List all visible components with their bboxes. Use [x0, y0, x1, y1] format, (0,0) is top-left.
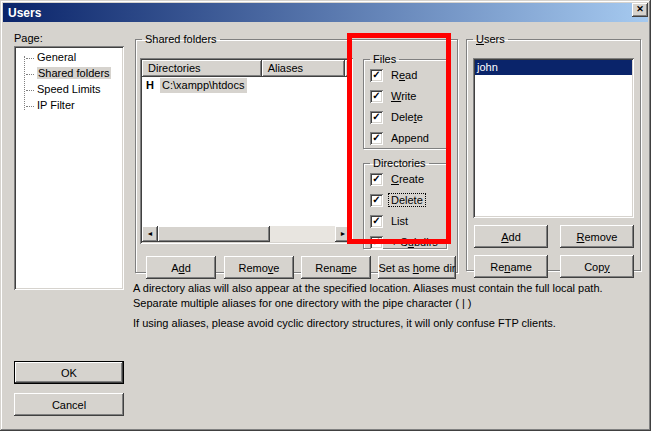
checkbox-checked-icon[interactable]: ✓ [370, 194, 383, 207]
checkbox-checked-icon[interactable]: ✓ [370, 111, 383, 124]
listview-header: Directories Aliases [142, 60, 351, 77]
column-header-directories[interactable]: Directories [142, 60, 262, 77]
directory-path: C:\xampp\htdocs [160, 78, 247, 93]
close-icon: ✕ [636, 4, 644, 14]
checkbox-dir-delete[interactable]: ✓ Delete [370, 192, 444, 208]
page-item-shared-folders[interactable]: Shared folders [16, 66, 122, 82]
user-item-john[interactable]: john [475, 60, 632, 75]
checkbox-checked-icon[interactable]: ✓ [370, 90, 383, 103]
user-copy-button[interactable]: Copy [560, 255, 634, 278]
page-label: Page: [14, 32, 43, 44]
directory-row[interactable]: H C:\xampp\htdocs [142, 77, 351, 93]
user-rename-button[interactable]: Rename [474, 255, 548, 278]
shared-folders-group-label: Shared folders [142, 33, 220, 45]
folder-rename-button[interactable]: Rename [301, 256, 371, 279]
page-item-ip-filter[interactable]: IP Filter [16, 98, 122, 114]
users-group-label: Users [473, 33, 508, 45]
user-remove-button[interactable]: Remove [560, 225, 634, 248]
scrollbar-thumb[interactable] [158, 226, 270, 242]
column-header-filler [345, 60, 351, 77]
checkbox-dir-subdirs[interactable]: ✓ + Subdirs [370, 234, 444, 250]
user-add-button[interactable]: Add [474, 225, 548, 248]
folder-add-button[interactable]: Add [146, 256, 216, 279]
page-item-speed-limits[interactable]: Speed Limits [16, 82, 122, 98]
checkbox-files-write[interactable]: ✓ Write [370, 88, 444, 104]
checkbox-files-delete[interactable]: ✓ Delete [370, 109, 444, 125]
ok-button[interactable]: OK [14, 361, 124, 384]
folder-remove-button[interactable]: Remove [224, 256, 294, 279]
set-as-home-dir-button[interactable]: Set as home dir [378, 256, 456, 279]
horizontal-scrollbar[interactable]: ◄ ► [142, 226, 351, 242]
checkbox-dir-list[interactable]: ✓ List [370, 213, 444, 229]
alias-note: A directory alias will also appear at th… [133, 281, 611, 311]
checkbox-checked-icon[interactable]: ✓ [370, 236, 383, 249]
users-group: Users john Add Remove Rename Copy [466, 33, 641, 271]
checkbox-checked-icon[interactable]: ✓ [370, 69, 383, 82]
title-bar[interactable]: Users [3, 3, 648, 22]
users-dialog: Users ✕ Page: General Shared folders Spe… [0, 0, 651, 431]
scroll-right-button[interactable]: ► [335, 226, 351, 242]
cyclic-note: If using aliases, please avoid cyclic di… [133, 316, 611, 331]
checkbox-checked-icon[interactable]: ✓ [370, 215, 383, 228]
column-header-aliases[interactable]: Aliases [262, 60, 345, 77]
directories-listview[interactable]: Directories Aliases H C:\xampp\htdocs ◄ … [140, 58, 353, 244]
scroll-left-button[interactable]: ◄ [142, 226, 158, 242]
files-group-label: Files [370, 53, 399, 65]
shared-folders-group: Shared folders Directories Aliases H C:\… [135, 33, 458, 273]
directories-group-label: Directories [370, 157, 429, 169]
scroll-left-icon: ◄ [147, 230, 154, 237]
checkbox-checked-icon[interactable]: ✓ [370, 132, 383, 145]
scroll-right-icon: ► [340, 230, 347, 237]
directories-permissions-group: Directories ✓ Create ✓ Delete ✓ List ✓ +… [363, 157, 447, 249]
checkbox-files-read[interactable]: ✓ Read [370, 67, 444, 83]
window-title: Users [8, 6, 41, 20]
home-flag: H [146, 78, 154, 93]
checkbox-dir-create[interactable]: ✓ Create [370, 171, 444, 187]
close-button[interactable]: ✕ [632, 3, 648, 17]
checkbox-checked-icon[interactable]: ✓ [370, 173, 383, 186]
page-list[interactable]: General Shared folders Speed Limits IP F… [14, 46, 124, 290]
checkbox-files-append[interactable]: ✓ Append [370, 130, 444, 146]
users-list[interactable]: john [473, 58, 634, 218]
cancel-button[interactable]: Cancel [14, 393, 124, 416]
page-item-general[interactable]: General [16, 50, 122, 66]
files-permissions-group: Files ✓ Read ✓ Write ✓ Delete ✓ Append [363, 53, 447, 149]
